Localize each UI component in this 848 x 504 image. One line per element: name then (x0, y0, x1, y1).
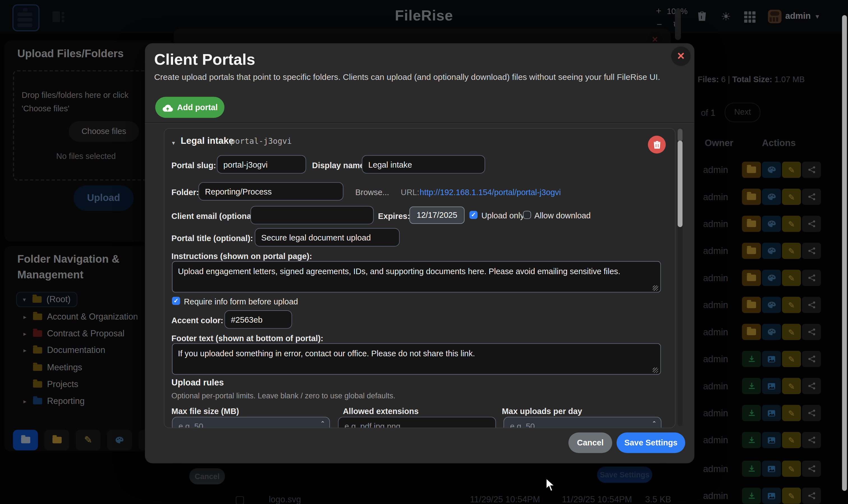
require-info-label: Require info form before upload (184, 297, 298, 306)
add-portal-button[interactable]: Add portal (155, 97, 224, 118)
cancel-button[interactable]: Cancel (568, 433, 612, 453)
save-settings-button[interactable]: Save Settings (617, 433, 685, 453)
require-info-checkbox[interactable]: ✓ (172, 297, 180, 305)
accent-color-label: Accent color: (171, 316, 223, 325)
stepper-up-icon[interactable]: ⌃ (320, 420, 325, 427)
folder-input[interactable] (198, 182, 343, 201)
mouse-cursor (546, 478, 558, 494)
footer-textarea[interactable]: If you uploaded something in error, cont… (172, 343, 661, 375)
allow-download-label: Allow download (534, 211, 590, 220)
allowed-extensions-input[interactable] (338, 417, 496, 428)
upload-only-label: Upload only (481, 211, 524, 220)
portal-panel: ▾ Legal intake portal-j3ogvi Portal slug… (164, 128, 675, 428)
accent-color-input[interactable] (224, 310, 292, 329)
portal-title-input[interactable] (254, 228, 400, 247)
add-portal-label: Add portal (177, 103, 218, 112)
instructions-label: Instructions (shown on portal page): (171, 251, 312, 261)
page-scrollbar[interactable] (842, 15, 847, 491)
portal-collapse-caret[interactable]: ▾ (172, 140, 175, 147)
portal-url-link[interactable]: http://192.168.1.154/portal/portal-j3ogv… (420, 187, 561, 197)
client-email-input[interactable] (250, 206, 374, 224)
close-icon[interactable]: × (671, 47, 690, 66)
portal-slug-code: portal-j3ogvi (230, 137, 292, 145)
portal-name: Legal intake (181, 136, 234, 147)
modal-scrollbar-cap (677, 129, 682, 142)
instructions-textarea[interactable]: Upload engagement letters, signed agreem… (172, 261, 661, 292)
url-label: URL: (401, 187, 419, 197)
client-portals-modal: × Client Portals Create upload portals t… (145, 43, 694, 463)
portal-title-label: Portal title (optional): (171, 234, 253, 243)
upload-only-checkbox[interactable]: ✓ (470, 211, 478, 219)
trash-icon (653, 140, 661, 149)
folder-label: Folder: (171, 187, 199, 197)
display-name-input[interactable] (362, 155, 485, 174)
modal-divider (145, 123, 694, 124)
modal-title: Client Portals (154, 51, 255, 69)
max-uploads-input[interactable] (504, 417, 661, 428)
client-email-label: Client email (optional): (171, 211, 259, 221)
modal-scrollbar-thumb[interactable] (677, 141, 682, 227)
filerise-app: FileRise + 100% − ↻ ☀ admin ▾ Upload Fil… (0, 0, 848, 504)
max-uploads-label: Max uploads per day (502, 407, 582, 416)
expires-label: Expires: (378, 211, 410, 221)
resize-grip-icon[interactable] (653, 367, 658, 373)
max-file-size-input[interactable] (172, 417, 330, 428)
upload-rules-title: Upload rules (171, 378, 224, 388)
upload-rules-hint: Optional per-portal limits. Leave blank … (171, 391, 395, 400)
allow-download-checkbox[interactable] (523, 211, 531, 219)
delete-portal-button[interactable] (648, 136, 666, 154)
max-file-size-label: Max file size (MB) (171, 407, 239, 416)
browse-button[interactable]: Browse... (355, 187, 389, 197)
portal-slug-label: Portal slug: (171, 161, 216, 170)
modal-subtitle: Create upload portals that point to spec… (154, 72, 660, 82)
footer-text-label: Footer text (shown at bottom of portal): (171, 334, 323, 343)
portal-slug-input[interactable] (217, 155, 306, 174)
stepper-up-icon[interactable]: ⌃ (652, 420, 657, 427)
display-name-label: Display name: (312, 161, 367, 170)
expires-date-input[interactable]: 12/17/2025 (409, 206, 465, 224)
allowed-extensions-label: Allowed extensions (343, 407, 419, 416)
cloud-upload-icon (162, 103, 173, 111)
resize-grip-icon[interactable] (653, 285, 658, 291)
